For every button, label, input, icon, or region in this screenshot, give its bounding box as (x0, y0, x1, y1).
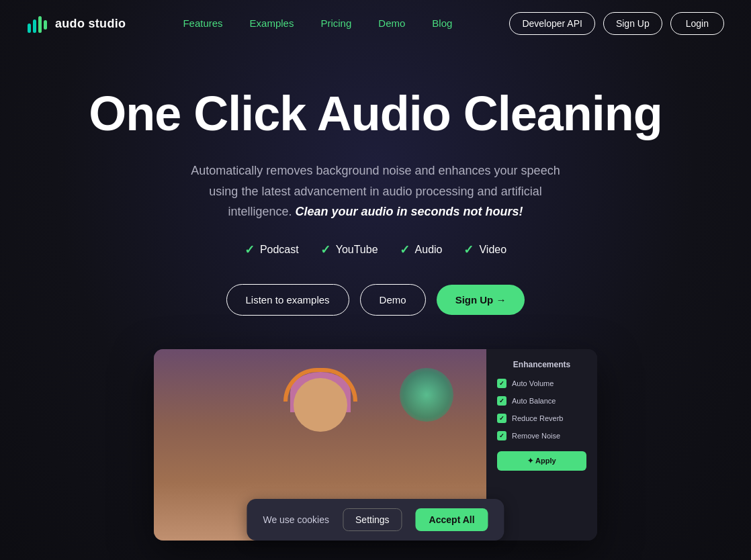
badge-podcast: ✓ Podcast (245, 242, 299, 257)
hero-subtitle: Automatically removes background noise a… (181, 160, 570, 222)
svg-rect-0 (28, 24, 31, 33)
nav-links: Features Examples Pricing Demo Blog (183, 17, 452, 30)
logo-text: audo studio (55, 17, 126, 31)
panel-title: Enhancements (497, 360, 586, 369)
signup-hero-button[interactable]: Sign Up → (437, 285, 525, 315)
panel-item-3: ✓ Remove Noise (497, 431, 586, 440)
navbar: audo studio Features Examples Pricing De… (0, 0, 751, 47)
nav-demo[interactable]: Demo (378, 17, 405, 29)
signup-nav-button[interactable]: Sign Up (603, 12, 662, 35)
badge-audio-label: Audio (415, 244, 443, 256)
hero-title: One Click Audio Cleaning (27, 87, 724, 140)
login-nav-button[interactable]: Login (670, 12, 724, 35)
logo: audo studio (27, 14, 126, 33)
logo-icon (27, 14, 48, 33)
panel-apply-button[interactable]: ✦ Apply (497, 451, 586, 471)
cookie-text: We use cookies (263, 514, 329, 525)
badge-video-label: Video (479, 244, 506, 256)
nav-blog[interactable]: Blog (432, 17, 452, 29)
panel-checkbox-1[interactable]: ✓ (497, 396, 506, 406)
svg-rect-1 (33, 19, 36, 33)
neon-bg (400, 368, 453, 422)
nav-actions: Developer API Sign Up Login (509, 12, 724, 35)
badge-youtube: ✓ YouTube (320, 242, 378, 257)
badge-video: ✓ Video (463, 242, 506, 257)
panel-label-3: Remove Noise (512, 432, 560, 440)
nav-pricing[interactable]: Pricing (320, 17, 351, 29)
demo-button[interactable]: Demo (360, 284, 426, 316)
badge-youtube-label: YouTube (336, 244, 378, 256)
badge-audio: ✓ Audio (400, 242, 443, 257)
nav-features[interactable]: Features (183, 17, 222, 29)
panel-label-1: Auto Balance (512, 397, 556, 405)
hero-cta: Listen to examples Demo Sign Up → (27, 284, 724, 316)
panel-checkbox-3[interactable]: ✓ (497, 431, 506, 440)
svg-rect-2 (38, 16, 42, 33)
cookie-banner: We use cookies Settings Accept All (247, 499, 504, 541)
hero-badges: ✓ Podcast ✓ YouTube ✓ Audio ✓ Video (27, 242, 724, 257)
hero-subtitle-bold: Clean your audio in seconds not hours! (296, 205, 523, 218)
check-icon-audio: ✓ (400, 242, 410, 257)
badge-podcast-label: Podcast (260, 244, 299, 256)
cookie-accept-button[interactable]: Accept All (416, 508, 488, 531)
check-icon-youtube: ✓ (320, 242, 330, 257)
panel-item-1: ✓ Auto Balance (497, 396, 586, 406)
panel-label-0: Auto Volume (512, 379, 554, 387)
panel-checkbox-0[interactable]: ✓ (497, 379, 506, 388)
listen-examples-button[interactable]: Listen to examples (226, 284, 349, 316)
check-icon-podcast: ✓ (245, 242, 255, 257)
developer-api-button[interactable]: Developer API (509, 12, 595, 35)
svg-rect-3 (44, 20, 47, 30)
panel-item-0: ✓ Auto Volume (497, 379, 586, 388)
panel-item-2: ✓ Reduce Reverb (497, 414, 586, 423)
cookie-settings-button[interactable]: Settings (343, 508, 402, 531)
hero-section: One Click Audio Cleaning Automatically r… (0, 47, 751, 560)
nav-examples[interactable]: Examples (250, 17, 294, 29)
check-icon-video: ✓ (463, 242, 474, 257)
panel-checkbox-2[interactable]: ✓ (497, 414, 506, 423)
panel-label-2: Reduce Reverb (512, 414, 563, 422)
